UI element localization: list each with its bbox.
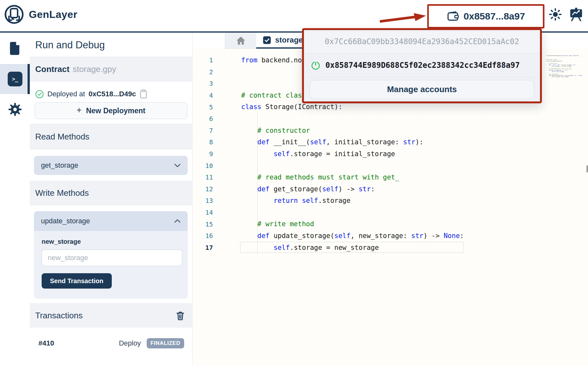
code-line-11[interactable]: 11 # read methods must start with get_ [202,171,464,183]
line-number: 1 [202,56,213,64]
read-method-get-storage[interactable]: get_storage [34,156,188,175]
plus-icon: + [77,105,82,115]
contract-file-name: storage.gpy [73,64,116,74]
wallet-address-short: 0x8587...8a97 [464,11,525,22]
line-number: 3 [202,80,213,87]
account-item-active[interactable]: 0x858744E989D688C5f02ec2388342cc34Edf88a… [304,53,540,77]
deployed-status-row: Deployed at 0xC518...D49c [35,88,148,100]
files-nav-button[interactable] [0,37,30,60]
line-number: 9 [202,150,213,158]
status-badge: FINALIZED [147,338,184,348]
code-line-7[interactable]: 7 # constructor [202,125,464,137]
inactive-account-address: 0x7Cc66BaC09bb3348094Ea2936a452CED015aAc… [325,37,519,46]
code-line-15[interactable]: 15 # write method [202,218,464,230]
annotation-arrow [377,12,432,26]
panel-title: Run and Debug [35,33,105,57]
transactions-header: Transactions [30,303,192,328]
chevron-up-icon [174,219,181,223]
run-debug-panel: Run and Debug Contract storage.gpy Deplo… [30,33,192,366]
read-methods-header: Read Methods [30,124,192,149]
line-number: 11 [202,173,213,181]
file-icon [9,41,21,55]
line-number: 4 [202,92,213,99]
manage-accounts-button[interactable]: Manage accounts [310,80,534,99]
terminal-icon: >_ [8,72,22,86]
write-method-update-storage[interactable]: update_storage [34,211,188,231]
account-item-inactive[interactable]: 0x7Cc66BaC09bb3348094Ea2936a452CED015aAc… [304,30,540,53]
deployed-label: Deployed at [47,90,85,98]
success-check-icon [35,90,44,99]
line-number: 16 [202,232,213,240]
stats-board-button[interactable] [569,7,584,22]
param-label: new_storage [42,238,81,245]
write-methods-header: Write Methods [30,181,192,205]
run-debug-nav-button[interactable]: >_ [0,68,30,90]
copy-clipboard-icon[interactable] [139,89,148,99]
line-number: 17 [202,244,213,251]
wallet-account-button[interactable]: 0x8587...8a97 [427,4,544,28]
account-dropdown: 0x7Cc66BaC09bb3348094Ea2936a452CED015aAc… [302,28,542,103]
theme-toggle-button[interactable] [549,8,562,21]
brand-name: GenLayer [29,4,78,25]
code-line-12[interactable]: 12 def get_storage(self) -> str: [202,183,464,195]
deployed-address: 0xC518...D49c [88,90,136,98]
line-number: 15 [202,220,213,228]
line-number: 13 [202,197,213,204]
code-line-9[interactable]: 9 self.storage = initial_storage [202,148,464,160]
clear-transactions-button[interactable] [176,311,184,320]
sun-icon [549,8,562,21]
trash-icon [176,311,184,320]
contract-label: Contract [35,64,69,74]
checked-file-icon [263,36,271,44]
activity-bar: >_ [0,33,30,366]
code-line-13[interactable]: 13 return self.storage [202,195,464,207]
transaction-row[interactable]: #410 Deploy FINALIZED [30,335,192,352]
line-number: 8 [202,138,213,146]
new-deployment-button[interactable]: + New Deployment [35,102,187,119]
wallet-icon [447,10,460,23]
new-storage-input[interactable] [42,250,182,266]
chevron-down-icon [174,163,181,167]
line-number: 14 [202,209,213,216]
new-deployment-label: New Deployment [86,107,145,115]
code-line-16[interactable]: 16 def update_storage(self, new_storage:… [202,230,464,242]
code-line-17[interactable]: 17 self.storage = new_storage [202,242,464,254]
code-line-10[interactable]: 10 [202,160,464,171]
brand: GenLayer [4,4,78,25]
genlayer-logo-icon [4,4,24,25]
minimap[interactable]: from backend.node.genvm.icontract import… [546,55,584,77]
code-line-6[interactable]: 6 [202,113,464,125]
contract-section-header: Contract storage.gpy [30,57,192,82]
presentation-chart-icon [569,7,584,22]
line-number: 2 [202,68,213,76]
home-icon [236,36,246,45]
line-number: 12 [202,185,213,193]
transaction-type: Deploy [119,339,141,347]
code-line-14[interactable]: 14 [202,207,464,219]
active-account-address: 0x858744E989D688C5f02ec2388342cc34Edf88a… [325,61,520,70]
transaction-id: #410 [38,339,54,347]
send-transaction-button[interactable]: Send Transaction [42,273,112,289]
power-icon [311,60,321,70]
line-number: 5 [202,103,213,111]
line-number: 7 [202,127,213,134]
line-number: 6 [202,115,213,123]
line-number: 10 [202,162,213,170]
tab-home[interactable] [225,33,257,48]
gear-icon [8,102,22,116]
update-storage-form: new_storage Send Transaction [34,231,188,299]
code-line-8[interactable]: 8 def __init__(self, initial_storage: st… [202,136,464,148]
scrollbar-thumb[interactable] [586,165,588,172]
settings-nav-button[interactable] [0,98,30,121]
